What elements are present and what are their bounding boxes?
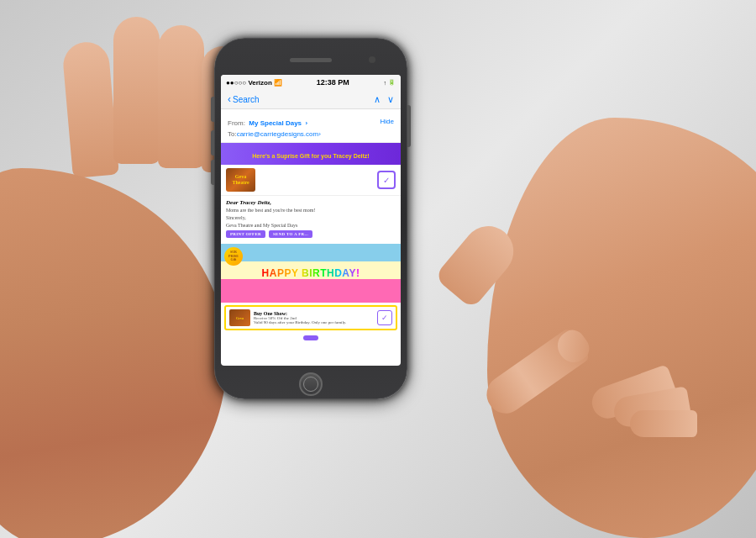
wifi-icon: 📶 (274, 79, 282, 87)
finger-right-4 (630, 410, 697, 437)
send-to-friend-button[interactable]: SEND TO A FR... (269, 230, 312, 238)
phone-speaker (290, 58, 332, 62)
scene: ●●○○○ Verizon 📶 12:38 PM ↑ 🔋 ‹ Search (0, 0, 756, 538)
geva-logo: Geva Theatre (226, 168, 255, 192)
body-line-3: Geva Theatre and My Special Days (226, 223, 396, 228)
from-label: From: (228, 119, 245, 127)
status-bar: ●●○○○ Verizon 📶 12:38 PM ↑ 🔋 (221, 75, 401, 90)
to-label: To: (228, 130, 237, 138)
offer-checkmark-box: ✓ (377, 310, 392, 325)
action-buttons: PRINT OFFER SEND TO A FR... (226, 230, 396, 238)
offer-checkmark-icon: ✓ (381, 314, 388, 322)
back-label: Search (233, 95, 260, 104)
finger-left-3 (158, 25, 204, 168)
from-row: From: My Special Days › Hide (228, 113, 394, 129)
offer-logo: Geva (229, 309, 250, 326)
status-left: ●●○○○ Verizon 📶 (226, 79, 282, 87)
home-button[interactable] (299, 372, 323, 396)
verified-badge: ✓ (377, 171, 396, 189)
to-address[interactable]: carrie@carriegdesigns.com (237, 130, 319, 138)
promo-banner: Here's a Suprise Gift for you Tracey Dei… (221, 143, 401, 165)
body-line-1: Moms are the best and you're the best mo… (226, 208, 396, 213)
mail-nav-arrows: ∧ ∨ (374, 94, 394, 105)
nav-down-arrow[interactable]: ∨ (387, 94, 394, 105)
body-line-2: Sincerely, (226, 215, 396, 220)
finger-left-2 (113, 17, 160, 164)
hand-right (487, 118, 756, 538)
phone-camera (369, 56, 375, 63)
offer-section: Geva Buy One Show: Receive 50% Off the 2… (224, 305, 397, 330)
surprise-text: SURPRISEGift (228, 251, 239, 261)
carrier-text: ●●○○○ Verizon (226, 79, 272, 87)
offer-logo-text: Geva (236, 316, 244, 320)
location-icon: ↑ (384, 80, 387, 86)
surprise-badge: SURPRISEGift (224, 247, 243, 266)
to-row: To: carrie@carriegdesigns.com › (228, 130, 394, 138)
from-field: From: My Special Days › (228, 113, 307, 129)
phone-screen: ●●○○○ Verizon 📶 12:38 PM ↑ 🔋 ‹ Search (221, 75, 401, 366)
status-right: ↑ 🔋 (384, 79, 396, 86)
offer-fine-text: Valid 90 days after your Birthday. Only … (254, 320, 374, 324)
email-text: Dear Tracey Deitz, Moms are the best and… (221, 196, 401, 244)
birthday-text-overlay: HAPPY BIRTHDAY! (262, 267, 360, 279)
hide-button[interactable]: Hide (381, 118, 394, 125)
from-arrow-icon: › (306, 119, 308, 127)
checkmark-icon: ✓ (383, 176, 390, 185)
email-metadata: From: My Special Days › Hide To: carrie@… (221, 109, 401, 143)
mail-navigation: ‹ Search ∧ ∨ (221, 90, 401, 109)
mail-back-button[interactable]: ‹ Search (228, 93, 260, 105)
email-body: Here's a Suprise Gift for you Tracey Dei… (221, 143, 401, 366)
to-arrow-icon: › (318, 130, 321, 138)
birthday-image: SURPRISEGift HAPPY BIRTHDAY! (221, 244, 401, 303)
happy-birthday-text: HAPPY BIRTHDAY! (262, 267, 360, 279)
nav-up-arrow[interactable]: ∧ (374, 94, 381, 105)
phone: ●●○○○ Verizon 📶 12:38 PM ↑ 🔋 ‹ Search (214, 38, 407, 399)
phone-top-bar (221, 48, 401, 71)
phone-body: ●●○○○ Verizon 📶 12:38 PM ↑ 🔋 ‹ Search (214, 38, 407, 399)
scroll-dot (303, 335, 318, 340)
battery-icon: 🔋 (388, 79, 396, 86)
banner-text: Here's a Suprise Gift for you Tracey Dei… (252, 153, 369, 159)
back-arrow-icon: ‹ (228, 93, 231, 105)
from-name[interactable]: My Special Days (249, 119, 302, 127)
scroll-indicator (221, 333, 401, 343)
geva-header: Geva Theatre ✓ (221, 165, 401, 196)
finger-left-1 (61, 40, 119, 178)
offer-text: Buy One Show: Receive 50% Off the 2nd Va… (250, 311, 377, 324)
dear-line: Dear Tracey Deitz, (226, 199, 396, 206)
geva-logo-text: Geva Theatre (232, 174, 249, 186)
hand-left-base (0, 168, 227, 538)
status-time: 12:38 PM (317, 78, 349, 87)
home-button-ring (303, 377, 318, 392)
print-offer-button[interactable]: PRINT OFFER (226, 230, 265, 238)
